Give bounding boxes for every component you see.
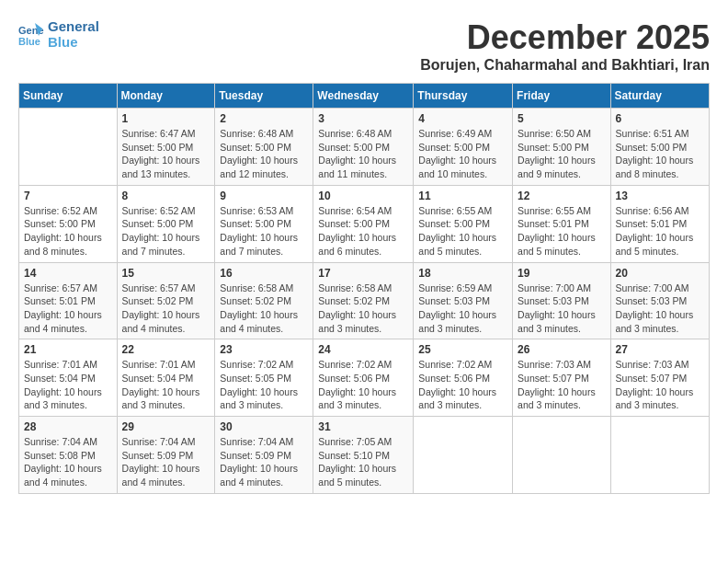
calendar-table: SundayMondayTuesdayWednesdayThursdayFrid… xyxy=(18,83,710,494)
day-info: Sunrise: 6:53 AMSunset: 5:00 PMDaylight:… xyxy=(220,204,308,259)
day-info: Sunrise: 7:03 AMSunset: 5:07 PMDaylight:… xyxy=(518,358,606,412)
day-info: Sunrise: 7:04 AMSunset: 5:08 PMDaylight:… xyxy=(24,435,112,489)
day-number: 30 xyxy=(220,420,308,433)
day-number: 2 xyxy=(220,112,308,125)
day-info: Sunrise: 6:58 AMSunset: 5:02 PMDaylight:… xyxy=(318,282,408,336)
day-info: Sunrise: 6:48 AMSunset: 5:00 PMDaylight:… xyxy=(220,127,308,181)
day-info: Sunrise: 7:01 AMSunset: 5:04 PMDaylight:… xyxy=(24,358,112,412)
day-number: 9 xyxy=(220,190,308,202)
calendar-cell: 4Sunrise: 6:49 AMSunset: 5:00 PMDaylight… xyxy=(414,109,513,186)
day-info: Sunrise: 7:00 AMSunset: 5:03 PMDaylight:… xyxy=(518,282,606,336)
calendar-cell: 31Sunrise: 7:05 AMSunset: 5:10 PMDayligh… xyxy=(313,417,414,494)
day-info: Sunrise: 6:49 AMSunset: 5:00 PMDaylight:… xyxy=(418,127,507,181)
day-number: 8 xyxy=(122,190,210,202)
page-subtitle: Borujen, Chaharmahal and Bakhtiari, Iran xyxy=(420,57,710,74)
weekday-header-thursday: Thursday xyxy=(414,84,513,109)
calendar-cell: 7Sunrise: 6:52 AMSunset: 5:00 PMDaylight… xyxy=(19,185,118,262)
day-number: 14 xyxy=(24,267,112,280)
calendar-cell: 22Sunrise: 7:01 AMSunset: 5:04 PMDayligh… xyxy=(117,339,215,417)
day-number: 17 xyxy=(318,267,408,280)
calendar-cell: 9Sunrise: 6:53 AMSunset: 5:00 PMDaylight… xyxy=(215,185,313,262)
calendar-cell xyxy=(19,109,118,186)
calendar-cell: 24Sunrise: 7:02 AMSunset: 5:06 PMDayligh… xyxy=(313,339,414,417)
calendar-cell: 30Sunrise: 7:04 AMSunset: 5:09 PMDayligh… xyxy=(215,417,313,494)
logo-line1: General xyxy=(48,18,99,34)
day-number: 16 xyxy=(220,267,308,280)
logo-icon: General Blue xyxy=(18,21,44,47)
day-info: Sunrise: 7:00 AMSunset: 5:03 PMDaylight:… xyxy=(616,282,704,336)
calendar-header-row: SundayMondayTuesdayWednesdayThursdayFrid… xyxy=(19,84,710,109)
calendar-cell: 3Sunrise: 6:48 AMSunset: 5:00 PMDaylight… xyxy=(313,109,414,186)
calendar-cell: 26Sunrise: 7:03 AMSunset: 5:07 PMDayligh… xyxy=(513,339,611,417)
calendar-body: 1Sunrise: 6:47 AMSunset: 5:00 PMDaylight… xyxy=(19,109,710,494)
calendar-cell: 16Sunrise: 6:58 AMSunset: 5:02 PMDayligh… xyxy=(215,262,313,339)
calendar-week-row: 7Sunrise: 6:52 AMSunset: 5:00 PMDaylight… xyxy=(19,185,710,262)
day-number: 7 xyxy=(24,190,112,202)
calendar-cell: 17Sunrise: 6:58 AMSunset: 5:02 PMDayligh… xyxy=(313,262,414,339)
day-info: Sunrise: 6:58 AMSunset: 5:02 PMDaylight:… xyxy=(220,282,308,336)
day-number: 12 xyxy=(518,190,606,202)
calendar-cell xyxy=(414,417,513,494)
day-number: 3 xyxy=(318,112,408,125)
day-info: Sunrise: 7:04 AMSunset: 5:09 PMDaylight:… xyxy=(220,435,308,489)
day-info: Sunrise: 7:02 AMSunset: 5:06 PMDaylight:… xyxy=(418,358,507,412)
day-number: 22 xyxy=(122,343,210,356)
day-info: Sunrise: 6:55 AMSunset: 5:00 PMDaylight:… xyxy=(418,204,507,259)
day-number: 25 xyxy=(418,343,507,356)
day-info: Sunrise: 7:02 AMSunset: 5:05 PMDaylight:… xyxy=(220,358,308,412)
calendar-cell: 10Sunrise: 6:54 AMSunset: 5:00 PMDayligh… xyxy=(313,185,414,262)
weekday-header-friday: Friday xyxy=(513,84,611,109)
calendar-cell xyxy=(610,417,709,494)
day-number: 27 xyxy=(616,343,704,356)
calendar-cell: 5Sunrise: 6:50 AMSunset: 5:00 PMDaylight… xyxy=(513,109,611,186)
svg-text:Blue: Blue xyxy=(18,36,40,47)
calendar-cell: 28Sunrise: 7:04 AMSunset: 5:08 PMDayligh… xyxy=(19,417,118,494)
logo-line2: Blue xyxy=(48,34,99,50)
calendar-cell: 25Sunrise: 7:02 AMSunset: 5:06 PMDayligh… xyxy=(414,339,513,417)
day-number: 31 xyxy=(318,420,408,433)
weekday-header-monday: Monday xyxy=(117,84,215,109)
day-number: 6 xyxy=(616,112,704,125)
day-info: Sunrise: 6:57 AMSunset: 5:02 PMDaylight:… xyxy=(122,282,210,336)
day-number: 10 xyxy=(318,190,408,202)
calendar-cell: 21Sunrise: 7:01 AMSunset: 5:04 PMDayligh… xyxy=(19,339,118,417)
calendar-cell: 13Sunrise: 6:56 AMSunset: 5:01 PMDayligh… xyxy=(610,185,709,262)
day-info: Sunrise: 6:57 AMSunset: 5:01 PMDaylight:… xyxy=(24,282,112,336)
day-number: 21 xyxy=(24,343,112,356)
day-number: 28 xyxy=(24,420,112,433)
day-number: 18 xyxy=(418,267,507,280)
day-number: 5 xyxy=(518,112,606,125)
calendar-cell: 18Sunrise: 6:59 AMSunset: 5:03 PMDayligh… xyxy=(414,262,513,339)
day-number: 4 xyxy=(418,112,507,125)
day-number: 26 xyxy=(518,343,606,356)
day-info: Sunrise: 6:54 AMSunset: 5:00 PMDaylight:… xyxy=(318,204,408,259)
day-number: 11 xyxy=(418,190,507,202)
calendar-cell: 12Sunrise: 6:55 AMSunset: 5:01 PMDayligh… xyxy=(513,185,611,262)
weekday-header-saturday: Saturday xyxy=(610,84,709,109)
calendar-week-row: 21Sunrise: 7:01 AMSunset: 5:04 PMDayligh… xyxy=(19,339,710,417)
title-section: December 2025 Borujen, Chaharmahal and B… xyxy=(420,18,710,74)
day-number: 19 xyxy=(518,267,606,280)
calendar-cell: 1Sunrise: 6:47 AMSunset: 5:00 PMDaylight… xyxy=(117,109,215,186)
logo: General Blue General Blue xyxy=(18,18,99,51)
weekday-header-sunday: Sunday xyxy=(19,84,118,109)
day-number: 23 xyxy=(220,343,308,356)
day-number: 15 xyxy=(122,267,210,280)
day-number: 1 xyxy=(122,112,210,125)
day-info: Sunrise: 7:01 AMSunset: 5:04 PMDaylight:… xyxy=(122,358,210,412)
calendar-cell: 8Sunrise: 6:52 AMSunset: 5:00 PMDaylight… xyxy=(117,185,215,262)
calendar-cell: 6Sunrise: 6:51 AMSunset: 5:00 PMDaylight… xyxy=(610,109,709,186)
day-info: Sunrise: 6:50 AMSunset: 5:00 PMDaylight:… xyxy=(518,127,606,181)
calendar-cell: 11Sunrise: 6:55 AMSunset: 5:00 PMDayligh… xyxy=(414,185,513,262)
calendar-cell: 23Sunrise: 7:02 AMSunset: 5:05 PMDayligh… xyxy=(215,339,313,417)
day-number: 24 xyxy=(318,343,408,356)
day-number: 29 xyxy=(122,420,210,433)
weekday-header-wednesday: Wednesday xyxy=(313,84,414,109)
calendar-cell xyxy=(513,417,611,494)
calendar-cell: 19Sunrise: 7:00 AMSunset: 5:03 PMDayligh… xyxy=(513,262,611,339)
calendar-cell: 27Sunrise: 7:03 AMSunset: 5:07 PMDayligh… xyxy=(610,339,709,417)
calendar-week-row: 1Sunrise: 6:47 AMSunset: 5:00 PMDaylight… xyxy=(19,109,710,186)
calendar-week-row: 14Sunrise: 6:57 AMSunset: 5:01 PMDayligh… xyxy=(19,262,710,339)
weekday-header-tuesday: Tuesday xyxy=(215,84,313,109)
day-info: Sunrise: 6:55 AMSunset: 5:01 PMDaylight:… xyxy=(518,204,606,259)
